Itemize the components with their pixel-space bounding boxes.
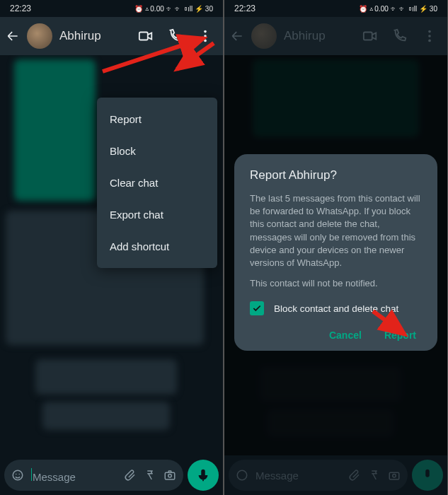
menu-item-add-shortcut[interactable]: Add shortcut <box>97 231 217 262</box>
report-dialog: Report Abhirup? The last 5 messages from… <box>234 154 437 351</box>
status-indicators: ⏰ ⁂ 0.00 ᯤ ᯤ ▯ıll ⚡ 30 <box>134 5 213 13</box>
menu-item-report[interactable]: Report <box>97 103 217 135</box>
chat-header: Abhirup <box>0 17 223 55</box>
menu-item-export-chat[interactable]: Export chat <box>97 199 217 231</box>
status-time: 22:23 <box>10 4 31 13</box>
cancel-button[interactable]: Cancel <box>329 330 362 341</box>
contact-name[interactable]: Abhirup <box>59 29 131 43</box>
video-call-icon[interactable] <box>138 28 154 44</box>
svg-point-14 <box>428 35 431 37</box>
camera-icon[interactable] <box>388 469 401 482</box>
svg-point-18 <box>393 474 396 478</box>
chat-body: Report Block Clear chat Export chat Add … <box>0 55 223 455</box>
back-button[interactable] <box>6 29 20 43</box>
chat-header: Abhirup <box>224 17 447 55</box>
input-bar: Message <box>224 455 447 495</box>
svg-rect-19 <box>425 470 430 477</box>
dialog-note: This contact will not be notified. <box>250 278 422 289</box>
svg-point-16 <box>237 470 247 480</box>
avatar[interactable] <box>27 23 52 49</box>
checkbox-row[interactable]: Block contact and delete chat <box>250 301 422 315</box>
camera-icon[interactable] <box>163 469 176 482</box>
svg-point-2 <box>204 35 207 37</box>
message-input[interactable]: Message <box>229 460 408 491</box>
svg-point-15 <box>428 40 431 42</box>
status-bar: 22:23 ⏰ ⁂ 0.00 ᯤ ᯤ ▯ıll ⚡ 30 <box>224 0 447 17</box>
status-bar: 22:23 ⏰ ⁂ 0.00 ᯤ ᯤ ▯ıll ⚡ 30 <box>0 0 223 17</box>
svg-point-5 <box>16 474 17 475</box>
dialog-title: Report Abhirup? <box>250 168 422 182</box>
more-options-icon[interactable] <box>197 28 213 44</box>
input-placeholder: Message <box>255 470 341 482</box>
status-indicators: ⏰ ⁂ 0.00 ᯤ ᯤ ▯ıll ⚡ 30 <box>359 5 437 13</box>
checkbox-label: Block contact and delete chat <box>274 303 398 314</box>
attach-icon[interactable] <box>348 469 361 482</box>
input-bar: Message <box>0 455 223 495</box>
mic-button[interactable] <box>188 460 219 491</box>
status-time: 22:23 <box>234 4 255 13</box>
input-placeholder: Message <box>31 468 117 483</box>
chat-body: Report Abhirup? The last 5 messages from… <box>224 55 447 455</box>
phone-screen-right: 22:23 ⏰ ⁂ 0.00 ᯤ ᯤ ▯ıll ⚡ 30 Abhirup Rep… <box>224 0 447 495</box>
svg-point-1 <box>204 30 207 33</box>
phone-screen-left: 22:23 ⏰ ⁂ 0.00 ᯤ ᯤ ▯ıll ⚡ 30 Abhirup Rep… <box>0 0 223 495</box>
svg-point-13 <box>428 30 431 33</box>
menu-item-block[interactable]: Block <box>97 135 217 167</box>
voice-call-icon[interactable] <box>392 28 408 44</box>
dialog-body: The last 5 messages from this contact wi… <box>250 192 422 269</box>
svg-rect-17 <box>389 472 399 479</box>
message-bubble <box>35 359 177 395</box>
video-call-icon[interactable] <box>362 28 378 44</box>
header-actions <box>362 28 442 44</box>
svg-rect-12 <box>364 33 372 40</box>
svg-point-8 <box>168 474 172 478</box>
back-button[interactable] <box>230 29 244 43</box>
svg-point-3 <box>204 40 207 42</box>
message-bubble <box>14 59 96 201</box>
svg-point-4 <box>13 470 23 480</box>
svg-rect-0 <box>139 33 148 40</box>
header-actions <box>138 28 217 44</box>
message-bubble <box>42 402 170 430</box>
dialog-actions: Cancel Report <box>250 330 422 341</box>
message-input[interactable]: Message <box>4 460 183 491</box>
svg-rect-7 <box>165 472 175 479</box>
emoji-icon[interactable] <box>11 469 24 482</box>
overflow-menu: Report Block Clear chat Export chat Add … <box>97 98 217 268</box>
report-button[interactable]: Report <box>384 330 416 341</box>
menu-item-clear-chat[interactable]: Clear chat <box>97 167 217 199</box>
avatar[interactable] <box>251 23 277 49</box>
emoji-icon[interactable] <box>236 469 248 482</box>
svg-point-6 <box>19 474 21 475</box>
payment-icon[interactable] <box>368 469 381 482</box>
attach-icon[interactable] <box>124 469 137 482</box>
mic-button[interactable] <box>412 460 443 491</box>
payment-icon[interactable] <box>144 469 156 482</box>
voice-call-icon[interactable] <box>168 28 183 44</box>
contact-name[interactable]: Abhirup <box>284 29 355 43</box>
checkbox-icon[interactable] <box>250 301 264 315</box>
more-options-icon[interactable] <box>422 28 437 44</box>
